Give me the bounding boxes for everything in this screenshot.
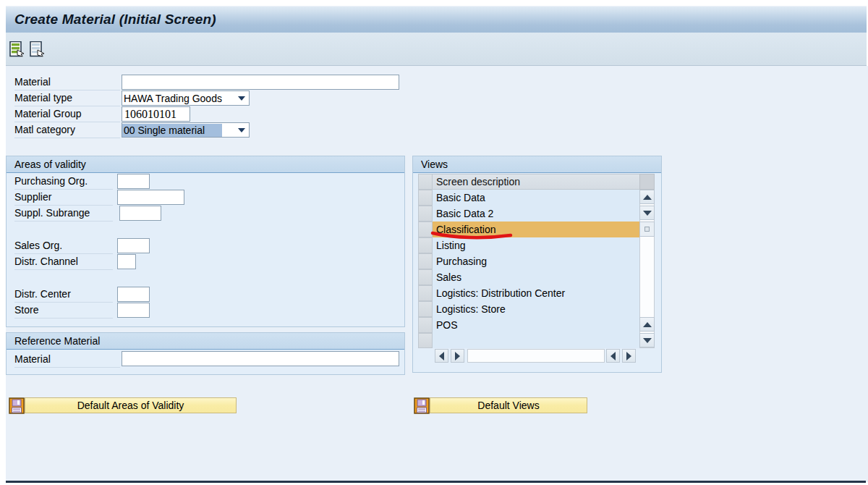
row-selector[interactable] bbox=[418, 333, 433, 348]
distr-center-input[interactable] bbox=[117, 287, 150, 302]
scroll-left-icon[interactable] bbox=[435, 349, 448, 363]
suppl-subrange-input[interactable] bbox=[119, 206, 161, 221]
select-views-icon[interactable] bbox=[9, 41, 26, 58]
select-all-cell[interactable] bbox=[418, 174, 433, 190]
purchasing-org-label: Purchasing Org. bbox=[14, 174, 113, 190]
row-selector[interactable] bbox=[418, 206, 433, 222]
supplier-label: Supplier bbox=[14, 190, 113, 206]
view-row-basic-data[interactable]: Basic Data bbox=[433, 190, 639, 206]
sales-org-input[interactable] bbox=[117, 238, 150, 253]
default-views-button[interactable]: Default Views bbox=[430, 397, 587, 413]
material-type-label: Material type bbox=[14, 90, 120, 106]
store-label: Store bbox=[14, 303, 113, 319]
scroll-up-icon[interactable] bbox=[639, 317, 655, 332]
material-type-value: HAWA Trading Goods bbox=[122, 92, 224, 105]
row-selector[interactable] bbox=[418, 269, 433, 285]
default-views-label: Default Views bbox=[477, 400, 539, 411]
view-row-logistics-store[interactable]: Logistics: Store bbox=[433, 301, 639, 317]
row-selector[interactable] bbox=[418, 222, 433, 237]
scroll-left-icon[interactable] bbox=[606, 349, 620, 363]
scroll-down-icon[interactable] bbox=[639, 206, 655, 220]
views-column-header: Screen description bbox=[432, 174, 640, 190]
row-selector[interactable] bbox=[418, 285, 433, 301]
scroll-down-icon[interactable] bbox=[639, 333, 655, 347]
view-row-logistics-dc[interactable]: Logistics: Distribution Center bbox=[433, 285, 639, 301]
scroll-up-icon[interactable] bbox=[639, 190, 655, 204]
save-icon[interactable] bbox=[414, 397, 430, 414]
row-selector[interactable] bbox=[418, 237, 433, 253]
scrollbar-header-cell bbox=[639, 174, 655, 190]
row-selector[interactable] bbox=[418, 190, 433, 206]
view-row-purchasing[interactable]: Purchasing bbox=[433, 253, 639, 269]
scroll-right-icon[interactable] bbox=[622, 349, 636, 363]
chevron-down-icon bbox=[238, 96, 245, 101]
suppl-subrange-label: Suppl. Subrange bbox=[14, 206, 113, 222]
row-selector[interactable] bbox=[418, 301, 433, 317]
view-row-pos[interactable]: POS bbox=[433, 317, 639, 333]
scroll-right-icon[interactable] bbox=[451, 349, 464, 363]
application-toolbar bbox=[6, 33, 867, 66]
distr-channel-label: Distr. Channel bbox=[14, 254, 113, 270]
view-row-sales[interactable]: Sales bbox=[433, 269, 639, 285]
view-row-listing[interactable]: Listing bbox=[433, 237, 639, 253]
supplier-input[interactable] bbox=[117, 190, 184, 205]
material-label: Material bbox=[14, 75, 120, 90]
view-row-empty[interactable] bbox=[433, 333, 639, 348]
material-group-input[interactable] bbox=[122, 106, 190, 122]
window-titlebar: Create Material (Initial Screen) bbox=[6, 6, 867, 33]
page-title: Create Material (Initial Screen) bbox=[6, 12, 216, 28]
sap-create-material-window: Create Material (Initial Screen) Mat bbox=[0, 0, 868, 485]
reference-material-label: Material bbox=[14, 352, 120, 368]
areas-of-validity-title: Areas of validity bbox=[7, 156, 404, 173]
material-type-dropdown[interactable]: HAWA Trading Goods bbox=[122, 90, 250, 106]
sales-org-label: Sales Org. bbox=[14, 238, 113, 254]
matl-category-dropdown[interactable]: 00 Single material bbox=[122, 122, 250, 138]
reference-material-title: Reference Material bbox=[7, 333, 404, 350]
view-row-basic-data-2[interactable]: Basic Data 2 bbox=[433, 206, 639, 222]
distr-channel-input[interactable] bbox=[117, 254, 136, 269]
default-areas-of-validity-button[interactable]: Default Areas of Validity bbox=[25, 397, 237, 413]
views-hscroll-track[interactable] bbox=[467, 349, 605, 363]
chevron-down-icon bbox=[238, 128, 245, 132]
reference-material-input[interactable] bbox=[122, 351, 399, 366]
store-input[interactable] bbox=[117, 303, 150, 318]
material-group-label: Material Group bbox=[14, 106, 120, 122]
row-selector[interactable] bbox=[418, 317, 433, 333]
view-row-classification[interactable]: Classification bbox=[433, 222, 639, 237]
default-areas-of-validity-label: Default Areas of Validity bbox=[77, 400, 184, 411]
matl-category-value: 00 Single material bbox=[122, 124, 222, 137]
material-input[interactable] bbox=[122, 75, 399, 90]
matl-category-label: Matl category bbox=[14, 122, 120, 138]
views-title: Views bbox=[413, 156, 661, 173]
views-vscroll-thumb[interactable] bbox=[639, 222, 655, 237]
purchasing-org-input[interactable] bbox=[117, 174, 150, 189]
row-selector[interactable] bbox=[418, 253, 433, 269]
distr-center-label: Distr. Center bbox=[14, 287, 113, 303]
organizational-levels-icon[interactable] bbox=[29, 41, 46, 58]
save-icon[interactable] bbox=[9, 397, 25, 414]
window-bottom-edge bbox=[6, 481, 866, 483]
